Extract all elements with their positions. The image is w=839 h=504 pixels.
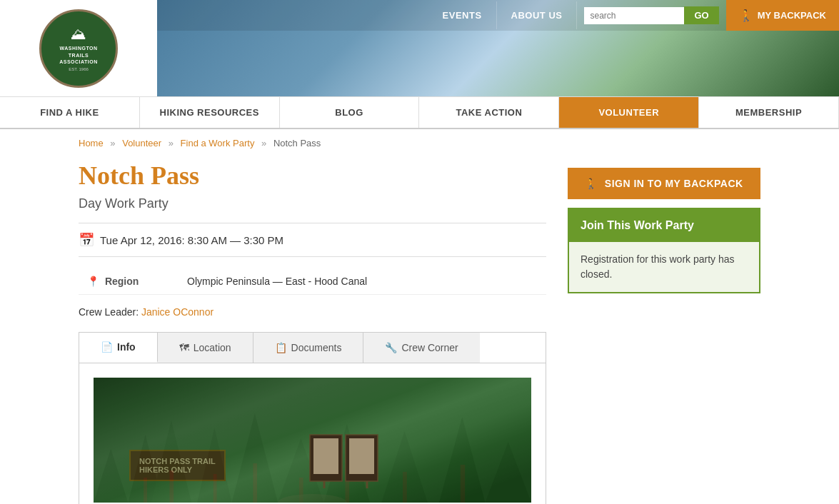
main-content: Notch Pass Day Work Party 📅 Tue Apr 12, … <box>79 161 546 504</box>
tab-crew-corner[interactable]: 🔧 Crew Corner <box>363 333 479 363</box>
crew-leader-row: Crew Leader: Janice OConnor <box>79 306 546 318</box>
go-button[interactable]: GO <box>684 6 718 24</box>
nav-hiking-resources[interactable]: HIKING RESOURCES <box>140 97 280 128</box>
work-party-type: Day Work Party <box>79 196 546 211</box>
crew-corner-icon: 🔧 <box>385 342 397 353</box>
svg-rect-12 <box>169 470 174 503</box>
documents-icon: 📋 <box>275 342 287 353</box>
main-nav: FIND A HIKE HIKING RESOURCES BLOG TAKE A… <box>0 97 839 129</box>
search-area: GO <box>577 2 725 29</box>
logo-mountain-icon: ⛰ <box>71 25 86 44</box>
nav-membership[interactable]: MEMBERSHIP <box>699 97 839 128</box>
breadcrumb-home[interactable]: Home <box>79 138 104 148</box>
svg-rect-18 <box>461 465 465 503</box>
breadcrumb: Home » Volunteer » Find a Work Party » N… <box>0 129 839 157</box>
backpack-button[interactable]: 🚶 MY BACKPACK <box>726 0 839 31</box>
location-icon: 🗺 <box>179 342 189 353</box>
tab-location-label: Location <box>194 342 231 353</box>
signin-button[interactable]: 🚶 SIGN IN TO MY BACKPACK <box>568 168 760 199</box>
backpack-icon: 🚶 <box>739 9 753 22</box>
info-icon: 📄 <box>101 341 113 353</box>
page-title: Notch Pass <box>79 161 546 191</box>
join-box: Join This Work Party Registration for th… <box>568 208 760 293</box>
event-date: Tue Apr 12, 2016: 8:30 AM — 3:30 PM <box>100 234 283 246</box>
svg-rect-22 <box>313 438 338 474</box>
nav-take-action[interactable]: TAKE ACTION <box>419 97 559 128</box>
backpack-label: MY BACKPACK <box>758 10 826 21</box>
site-logo: ⛰ WASHINGTON TRAILS ASSOCIATION EST. 196… <box>39 9 118 88</box>
tabs: 📄 Info 🗺 Location 📋 Documents 🔧 Crew Cor… <box>79 332 546 363</box>
trail-image: NOTCH PASS TRAILHIKERS ONLY <box>94 378 531 503</box>
tab-documents-label: Documents <box>291 342 342 353</box>
breadcrumb-current: Notch Pass <box>273 138 321 148</box>
nav-blog[interactable]: BLOG <box>280 97 420 128</box>
breadcrumb-find-work-party[interactable]: Find a Work Party <box>181 138 255 148</box>
region-value: Olympic Peninsula — East - Hood Canal <box>179 268 546 295</box>
top-nav: EVENTS ABOUT US GO 🚶 MY BACKPACK <box>157 0 839 31</box>
crew-leader-link[interactable]: Janice OConnor <box>141 306 213 318</box>
pin-icon: 📍 <box>87 276 99 287</box>
svg-rect-14 <box>253 463 257 503</box>
tab-content-info: NOTCH PASS TRAILHIKERS ONLY <box>79 363 546 504</box>
search-input[interactable] <box>584 7 684 24</box>
region-label: 📍 Region <box>79 268 179 295</box>
logo-area: ⛰ WASHINGTON TRAILS ASSOCIATION EST. 196… <box>0 0 157 96</box>
breadcrumb-sep-3: » <box>261 138 266 148</box>
calendar-icon: 📅 <box>79 232 94 248</box>
breadcrumb-sep-2: » <box>169 138 174 148</box>
tab-documents[interactable]: 📋 Documents <box>253 333 364 363</box>
logo-est: EST. 1966 <box>69 67 89 71</box>
svg-rect-13 <box>213 474 217 503</box>
nav-find-hike[interactable]: FIND A HIKE <box>0 97 140 128</box>
svg-rect-23 <box>349 438 374 474</box>
tab-location[interactable]: 🗺 Location <box>158 333 253 363</box>
tab-crew-corner-label: Crew Corner <box>401 342 458 353</box>
region-row: 📍 Region Olympic Peninsula — East - Hood… <box>79 268 546 295</box>
hero-area: EVENTS ABOUT US GO 🚶 MY BACKPACK <box>157 0 839 96</box>
breadcrumb-sep-1: » <box>110 138 115 148</box>
sidebar: 🚶 SIGN IN TO MY BACKPACK Join This Work … <box>568 161 760 504</box>
signin-label: SIGN IN TO MY BACKPACK <box>605 178 743 189</box>
registration-status: Registration for this work party has clo… <box>569 242 759 292</box>
signin-icon: 🚶 <box>585 178 598 189</box>
tab-info[interactable]: 📄 Info <box>79 333 158 363</box>
events-nav[interactable]: EVENTS <box>428 1 497 29</box>
breadcrumb-volunteer[interactable]: Volunteer <box>122 138 161 148</box>
svg-rect-17 <box>403 472 407 503</box>
page-content: Notch Pass Day Work Party 📅 Tue Apr 12, … <box>0 161 839 504</box>
nav-volunteer[interactable]: VOLUNTEER <box>559 97 699 128</box>
about-nav[interactable]: ABOUT US <box>497 1 578 29</box>
logo-text: WASHINGTON TRAILS ASSOCIATION <box>59 45 98 66</box>
crew-leader-label: Crew Leader: <box>79 306 139 318</box>
date-row: 📅 Tue Apr 12, 2016: 8:30 AM — 3:30 PM <box>79 223 546 257</box>
svg-rect-11 <box>144 478 147 503</box>
join-header: Join This Work Party <box>569 209 759 242</box>
info-table: 📍 Region Olympic Peninsula — East - Hood… <box>79 268 546 295</box>
tab-info-label: Info <box>117 341 136 353</box>
